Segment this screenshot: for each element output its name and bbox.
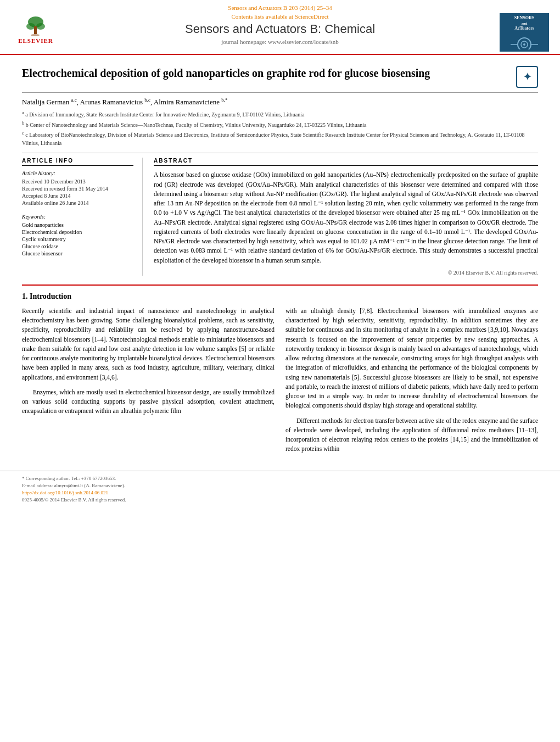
sciencedirect-text: Contents lists available at ScienceDirec… bbox=[71, 13, 489, 20]
journal-title: Sensors and Actuators B: Chemical bbox=[71, 22, 489, 36]
elsevier-logo: ELSEVIER bbox=[11, 13, 60, 46]
keyword-3: Cyclic voltammetry bbox=[22, 236, 133, 242]
affil-a: a a Division of Immunology, State Resear… bbox=[22, 110, 538, 119]
section-divider bbox=[22, 284, 538, 286]
journal-ref-text: Sensors and Actuators B 203 (2014) 25–34 bbox=[228, 4, 332, 11]
keyword-5: Glucose biosensor bbox=[22, 250, 133, 256]
svg-point-5 bbox=[31, 34, 40, 36]
abstract-text: A biosensor based on glucose oxidase (GO… bbox=[154, 170, 538, 265]
copyright-line: © 2014 Elsevier B.V. All rights reserved… bbox=[154, 270, 538, 276]
intro-left-col: Recently scientific and industrial impac… bbox=[22, 306, 275, 460]
keywords-list: Gold nanoparticles Electrochemical depos… bbox=[22, 222, 133, 256]
intro-para-3: with an ultrahigh density [7,8]. Electro… bbox=[285, 306, 538, 411]
article-info-column: ARTICLE INFO Article history: Received 1… bbox=[22, 158, 143, 276]
intro-para-2: Enzymes, which are mostly used in electr… bbox=[22, 388, 275, 416]
article-title-section: Electrochemical deposition of gold nanop… bbox=[22, 66, 538, 93]
svg-point-2 bbox=[26, 23, 35, 30]
abstract-column: ABSTRACT A biosensor based on glucose ox… bbox=[154, 158, 538, 276]
affiliations: a a Division of Immunology, State Resear… bbox=[22, 110, 538, 153]
article-info-heading: ARTICLE INFO bbox=[22, 158, 133, 166]
affil-c: c c Laboratory of BioNanotechnology, Div… bbox=[22, 130, 538, 147]
keyword-1: Gold nanoparticles bbox=[22, 222, 133, 228]
article-meta-section: ARTICLE INFO Article history: Received 1… bbox=[22, 158, 538, 276]
article-footer: * Corresponding author. Tel.: +370 67720… bbox=[0, 471, 560, 509]
abstract-heading: ABSTRACT bbox=[154, 158, 538, 166]
received-revised-date: Received in revised form 31 May 2014 bbox=[22, 186, 133, 192]
elsevier-tree-icon bbox=[21, 15, 51, 36]
intro-para-1: Recently scientific and industrial impac… bbox=[22, 306, 275, 382]
sensors-logo-text: SENSORSandAcTuators bbox=[514, 15, 534, 31]
sensors-logo: SENSORSandAcTuators bbox=[500, 13, 549, 52]
accepted-date: Accepted 8 June 2014 bbox=[22, 193, 133, 199]
elsevier-label: ELSEVIER bbox=[18, 37, 53, 44]
received-date: Received 10 December 2013 bbox=[22, 178, 133, 185]
journal-header: Sensors and Actuators B 203 (2014) 25–34… bbox=[0, 0, 560, 55]
email-note: E-mail address: almyra@imt.lt (A. Ramana… bbox=[22, 483, 538, 488]
journal-homepage: journal homepage: www.elsevier.com/locat… bbox=[71, 38, 489, 45]
svg-rect-4 bbox=[34, 26, 37, 34]
article-content: Electrochemical deposition of gold nanop… bbox=[0, 55, 560, 471]
crossmark-icon: ✦ bbox=[523, 71, 531, 83]
doi-text: http://dx.doi.org/10.1016/j.snb.2014.06.… bbox=[22, 490, 538, 495]
svg-point-9 bbox=[523, 43, 525, 46]
authors: Natalija German a,c, Arunas Ramanavicius… bbox=[22, 97, 538, 107]
article-title: Electrochemical deposition of gold nanop… bbox=[22, 66, 516, 80]
intro-para-4: Different methods for electron transfer … bbox=[285, 416, 538, 454]
corresponding-note: * Corresponding author. Tel.: +370 67720… bbox=[22, 476, 538, 481]
intro-right-col: with an ultrahigh density [7,8]. Electro… bbox=[285, 306, 538, 460]
article-history-label: Article history: bbox=[22, 170, 133, 176]
svg-point-3 bbox=[36, 23, 45, 30]
introduction-heading: 1. Introduction bbox=[22, 292, 538, 301]
issn-text: 0925-4005/© 2014 Elsevier B.V. All right… bbox=[22, 497, 538, 503]
available-online-date: Available online 26 June 2014 bbox=[22, 200, 133, 206]
page: Sensors and Actuators B 203 (2014) 25–34… bbox=[0, 0, 560, 742]
header-center: Contents lists available at ScienceDirec… bbox=[60, 13, 500, 45]
keyword-4: Glucose oxidase bbox=[22, 243, 133, 249]
crossmark: ✦ bbox=[516, 66, 538, 88]
keywords-label: Keywords: bbox=[22, 214, 133, 220]
introduction-body: Recently scientific and industrial impac… bbox=[22, 306, 538, 460]
introduction-section: 1. Introduction Recently scientific and … bbox=[22, 292, 538, 460]
sensors-logo-image bbox=[505, 32, 544, 49]
affil-b: b b Center of Nanotechnology and Materia… bbox=[22, 120, 538, 129]
keyword-2: Electrochemical deposition bbox=[22, 229, 133, 235]
